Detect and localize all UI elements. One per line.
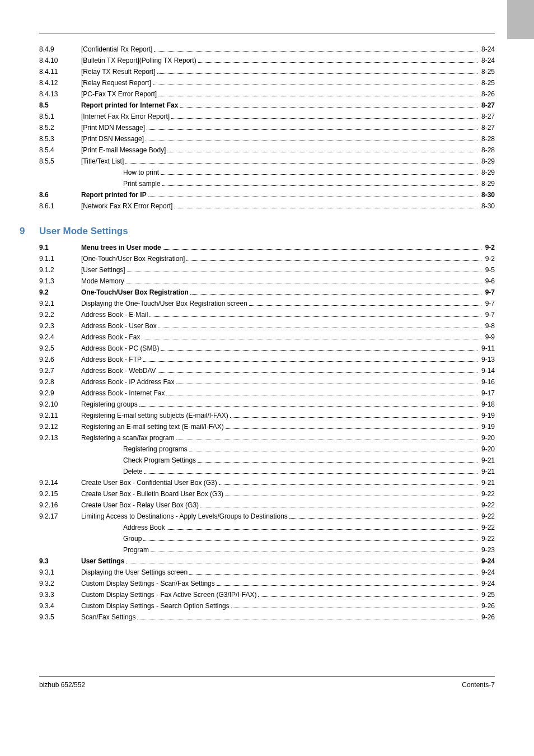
toc-title: Print sample — [123, 179, 161, 189]
toc-page: 9-23 — [479, 545, 495, 555]
toc-page: 9-9 — [483, 332, 495, 342]
bottom-rule — [39, 676, 495, 676]
toc-title: Mode Memory — [81, 276, 124, 286]
footer-right: Contents-7 — [462, 681, 495, 689]
toc-subentry: Registering programs 9-20 — [39, 444, 495, 454]
toc-title: Custom Display Settings - Fax Active Scr… — [81, 590, 256, 600]
toc-leader-dots — [143, 540, 477, 541]
toc-page: 9-26 — [479, 612, 495, 622]
toc-leader-dots — [163, 249, 481, 250]
toc-page: 9-17 — [479, 388, 495, 398]
toc-title: Address Book - User Box — [81, 321, 157, 331]
toc-page: 9-2 — [483, 254, 495, 264]
toc-leader-dots — [171, 118, 477, 119]
toc-title: [Print MDN Message] — [81, 123, 145, 133]
toc-page: 8-27 — [479, 123, 495, 133]
toc-title: Custom Display Settings - Scan/Fax Setti… — [81, 578, 215, 589]
toc-leader-dots — [158, 96, 477, 96]
toc-title: Registering an E-mail setting text (E-ma… — [81, 422, 224, 432]
toc-entry: 9.2.12Registering an E-mail setting text… — [39, 422, 495, 432]
toc-leader-dots — [139, 406, 477, 407]
toc-number: 9.2.7 — [39, 366, 81, 376]
toc-leader-dots — [189, 451, 477, 451]
toc-page: 8-28 — [479, 134, 495, 144]
toc-title: Address Book - Fax — [81, 332, 140, 342]
toc-title: Registering E-mail setting subjects (E-m… — [81, 410, 228, 421]
toc-page: 9-6 — [483, 276, 495, 286]
toc-title: Custom Display Settings - Search Option … — [81, 601, 229, 611]
toc-entry: 9.1.2[User Settings] 9-5 — [39, 265, 495, 275]
toc-entry: 8.5Report printed for Internet Fax 8-27 — [39, 100, 495, 110]
toc-subentry: Group 9-22 — [39, 534, 495, 544]
toc-page: 8-25 — [479, 78, 495, 88]
toc-number: 9.1.2 — [39, 265, 81, 275]
toc-leader-dots — [198, 462, 477, 463]
toc-title: Address Book - PC (SMB) — [81, 343, 159, 353]
corner-tab — [507, 0, 534, 39]
toc-number: 9.2.1 — [39, 298, 81, 309]
toc-entry: 9.2.10Registering groups 9-18 — [39, 399, 495, 409]
toc-entry: 9.3.1Displaying the User Settings screen… — [39, 567, 495, 577]
toc-entry: 9.2.2Address Book - E-Mail 9-7 — [39, 310, 495, 320]
toc-page: 9-16 — [479, 377, 495, 387]
top-rule — [39, 34, 495, 34]
toc-title: One-Touch/User Box Registration — [81, 287, 189, 297]
toc-page: 8-28 — [479, 145, 495, 155]
toc-number: 8.5 — [39, 100, 81, 110]
toc-entry: 9.2.14Create User Box - Confidential Use… — [39, 478, 495, 488]
toc-entry: 8.6Report printed for IP 8-30 — [39, 190, 495, 200]
toc-entry: 9.1.3Mode Memory 9-6 — [39, 276, 495, 286]
toc-entry: 8.4.9[Confidential Rx Report] 8-24 — [39, 44, 495, 54]
toc-entry: 8.5.1[Internet Fax Rx Error Report] 8-27 — [39, 111, 495, 122]
toc-number: 9.2.17 — [39, 511, 81, 521]
toc-subentry: Delete 9-21 — [39, 466, 495, 477]
toc-number: 8.6.1 — [39, 201, 81, 211]
toc-entry: 9.2.6Address Book - FTP 9-13 — [39, 354, 495, 365]
toc-leader-dots — [148, 197, 477, 197]
toc-leader-dots — [289, 518, 477, 519]
toc-leader-dots — [198, 62, 477, 63]
toc-entry: 9.2.16Create User Box - Relay User Box (… — [39, 500, 495, 510]
toc-number: 9.1.1 — [39, 254, 81, 264]
toc-number: 8.5.2 — [39, 123, 81, 133]
toc-number: 9.1.3 — [39, 276, 81, 286]
toc-page: 9-21 — [479, 455, 495, 465]
toc-subentry: Program 9-23 — [39, 545, 495, 555]
toc-leader-dots — [176, 440, 477, 440]
toc-leader-dots — [157, 73, 477, 74]
toc-page: 8-27 — [479, 100, 495, 110]
toc-entry: 9.2.1Displaying the One-Touch/User Box R… — [39, 298, 495, 309]
toc-leader-dots — [189, 574, 477, 575]
toc-leader-dots — [126, 283, 481, 283]
toc-entry: 8.4.12[Relay Request Report] 8-25 — [39, 78, 495, 88]
toc-entry: 8.4.13[PC-Fax TX Error Report] 8-26 — [39, 89, 495, 99]
toc-leader-dots — [161, 174, 477, 175]
toc-number: 9.2.4 — [39, 332, 81, 342]
toc-page: 9-20 — [479, 444, 495, 454]
toc-leader-dots — [225, 496, 477, 496]
toc-title: Registering groups — [81, 399, 138, 409]
toc-title: Displaying the One-Touch/User Box Regist… — [81, 298, 247, 309]
toc-number: 8.4.10 — [39, 55, 81, 66]
chapter-title: User Mode Settings — [39, 226, 128, 237]
toc-page: 8-30 — [479, 201, 495, 211]
toc-title: Create User Box - Relay User Box (G3) — [81, 500, 199, 510]
toc-entry: 8.4.10[Bulletin TX Report](Polling TX Re… — [39, 55, 495, 66]
toc-leader-dots — [190, 294, 481, 295]
toc-leader-dots — [137, 619, 477, 619]
toc-title: [Print E-mail Message Body] — [81, 145, 166, 155]
toc-leader-dots — [217, 585, 477, 586]
toc-leader-dots — [151, 552, 477, 552]
toc-leader-dots — [154, 51, 477, 52]
toc-number: 9.2.15 — [39, 489, 81, 499]
toc-page: 9-22 — [479, 489, 495, 499]
toc-entry: 9.2.3Address Book - User Box 9-8 — [39, 321, 495, 331]
toc-page: 9-22 — [479, 522, 495, 533]
toc-leader-dots — [126, 563, 477, 563]
toc-number: 8.4.9 — [39, 44, 81, 54]
toc-page: 9-24 — [479, 567, 495, 577]
toc-entry: 8.6.1[Network Fax RX Error Report] 8-30 — [39, 201, 495, 211]
toc-title: Report printed for IP — [81, 190, 147, 200]
toc-entry: 9.3User Settings 9-24 — [39, 556, 495, 566]
toc-title: [Relay TX Result Report] — [81, 67, 156, 77]
